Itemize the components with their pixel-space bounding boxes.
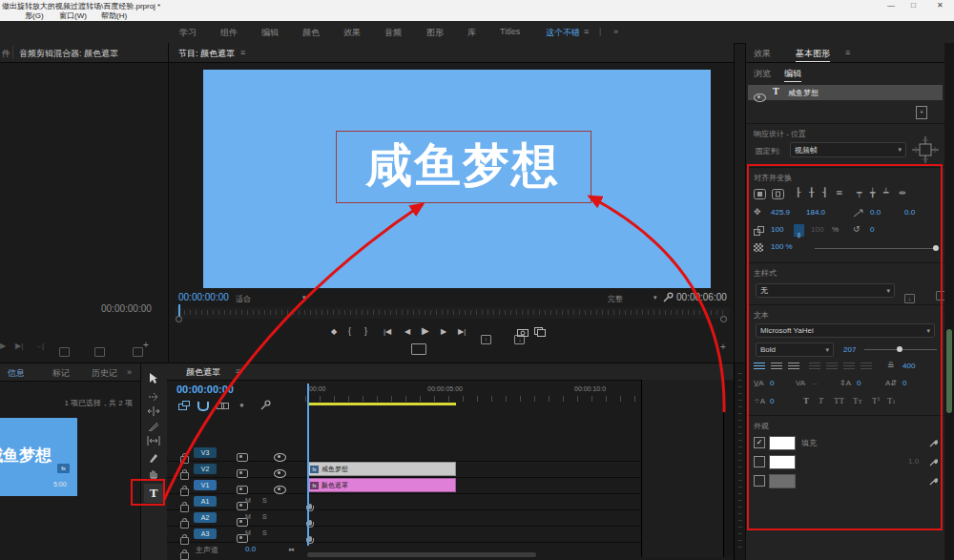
a1-mute-button[interactable]: M — [245, 497, 251, 504]
timeline-timecode[interactable]: 00:00:00:00 — [176, 384, 234, 395]
play-button-icon[interactable]: ▶ — [422, 325, 429, 336]
layer-visibility-icon[interactable] — [754, 93, 766, 102]
timeline-wrench-icon[interactable] — [260, 400, 271, 410]
program-scrubber[interactable] — [175, 307, 730, 319]
master-lock-icon[interactable] — [180, 552, 189, 560]
close-button[interactable]: ✕ — [937, 1, 944, 10]
mixer-panel-title[interactable]: 音频剪辑混合器: 颜色遮罩 — [19, 48, 118, 60]
tab-effects[interactable]: 效果 — [754, 48, 771, 60]
program-panel-title[interactable]: 节目: 颜色遮罩 — [178, 48, 235, 60]
workspace-tab-titles[interactable]: Titles — [500, 27, 520, 36]
maximize-button[interactable]: □ — [911, 1, 916, 10]
tab-info[interactable]: 信息 — [8, 367, 25, 380]
clip-text-graphic[interactable]: fx 咸鱼梦想 — [307, 462, 456, 476]
a1-solo-button[interactable]: S — [262, 497, 267, 504]
tab-markers[interactable]: 标记 — [52, 367, 70, 380]
new-layer-button[interactable]: + — [916, 106, 927, 119]
workspace-overflow-icon[interactable]: » — [613, 27, 618, 36]
tab-history[interactable]: 历史记 — [92, 367, 117, 380]
subtab-edit[interactable]: 编辑 — [784, 68, 801, 82]
mixer-meter-icon[interactable] — [94, 347, 105, 357]
mark-out-icon[interactable]: } — [364, 326, 367, 336]
v2-track-label[interactable]: V2 — [194, 464, 217, 474]
program-zoom-select[interactable]: 适合 — [236, 294, 251, 304]
program-resolution-caret-icon[interactable]: ▾ — [653, 294, 657, 301]
mixer-step-forward-icon[interactable]: ▶| — [15, 342, 23, 350]
snap-toggle-icon[interactable] — [197, 402, 209, 411]
scrubber-left-handle-icon[interactable] — [176, 316, 182, 322]
pen-tool-icon[interactable] — [148, 452, 159, 464]
menu-graphics[interactable]: 形(G) — [25, 10, 44, 21]
step-back-icon[interactable]: ◀ — [404, 327, 410, 336]
workspace-tab-libraries[interactable]: 库 — [467, 27, 476, 39]
mixer-add-button[interactable]: + — [143, 340, 149, 350]
v3-track-label[interactable]: V3 — [194, 447, 217, 458]
menu-help[interactable]: 帮助(H) — [101, 10, 127, 21]
export-frame-camera-icon[interactable] — [517, 327, 529, 337]
program-resolution-select[interactable]: 完整 — [608, 294, 623, 304]
timeline-marker-icon[interactable]: ● — [239, 401, 244, 409]
program-settings-wrench-icon[interactable] — [663, 292, 674, 302]
mark-in-icon[interactable]: { — [348, 326, 351, 336]
mixer-cut-tab[interactable]: 件 — [2, 48, 10, 60]
right-panel-scrollbar[interactable] — [944, 43, 954, 560]
subtab-browse[interactable]: 浏览 — [754, 68, 771, 80]
program-panel-menu-icon[interactable]: ≡ — [240, 48, 245, 57]
add-marker-icon[interactable]: ◆ — [331, 327, 337, 336]
slip-tool-icon[interactable] — [147, 436, 160, 446]
project-item-thumbnail[interactable]: 咸鱼梦想 fx 5:00 — [0, 418, 77, 496]
timeline-playhead[interactable] — [307, 384, 309, 546]
linked-selection-icon[interactable] — [217, 401, 229, 411]
timeline-panel-menu-icon[interactable]: ≡ — [236, 366, 240, 376]
mixer-timecode[interactable]: 00:00:00:00 — [101, 303, 152, 314]
a3-mute-button[interactable]: M — [245, 529, 251, 536]
a3-solo-button[interactable]: S — [262, 529, 267, 536]
project-overflow-icon[interactable]: » — [127, 367, 132, 377]
graphics-panel-menu-icon[interactable]: ≡ — [845, 48, 850, 57]
tab-essential-graphics[interactable]: 基本图形 — [796, 48, 830, 62]
workspace-tab-graphics[interactable]: 图形 — [426, 27, 444, 39]
ripple-edit-tool-icon[interactable] — [148, 406, 160, 416]
workspace-tab-effects[interactable]: 效果 — [343, 27, 361, 39]
minimize-button[interactable]: — — [887, 1, 895, 10]
goto-out-icon[interactable]: ▶| — [458, 327, 466, 336]
mixer-mix-icon[interactable] — [133, 347, 143, 357]
workspace-tab-audio[interactable]: 音频 — [384, 27, 402, 39]
program-video-frame[interactable]: 咸鱼梦想 — [203, 70, 711, 288]
workspace-tab-color[interactable]: 颜色 — [302, 27, 320, 39]
right-panel-scrollbar-handle[interactable] — [946, 329, 952, 413]
timeline-tab[interactable]: 颜色遮罩 — [186, 366, 220, 379]
pin-anchor-widget[interactable] — [912, 136, 939, 163]
clip-color-matte[interactable]: fx 颜色遮罩 — [307, 478, 456, 492]
track-select-tool-icon[interactable] — [148, 392, 160, 402]
master-volume-value[interactable]: 0.0 — [245, 545, 256, 553]
comparison-view-icon[interactable] — [534, 327, 546, 337]
workspace-panel-menu-icon[interactable]: ≡ — [584, 27, 589, 36]
workspace-tab-assembly[interactable]: 组件 — [220, 27, 238, 39]
program-button-editor-icon[interactable] — [411, 343, 426, 355]
v1-track-label[interactable]: V1 — [194, 480, 217, 490]
timeline-ruler[interactable]: :00:00 00:00:05:00 00:00:10:0 — [305, 384, 639, 403]
program-add-button[interactable]: + — [720, 342, 726, 352]
lift-icon[interactable]: ↑ — [481, 335, 491, 344]
layer-name[interactable]: 咸鱼梦想 — [788, 88, 819, 98]
master-fit-icon[interactable]: ▸◂ — [289, 546, 292, 553]
razor-tool-icon[interactable] — [148, 421, 159, 432]
a3-track-label[interactable]: A3 — [194, 529, 217, 539]
program-timecode[interactable]: 00:00:00:00 — [178, 292, 229, 302]
pin-to-select[interactable]: 视频帧▾ — [790, 142, 906, 157]
a1-track-label[interactable]: A1 — [194, 496, 217, 507]
video-title-text[interactable]: 咸鱼梦想 — [336, 131, 590, 201]
selection-tool-icon[interactable] — [149, 373, 158, 384]
timeline-horizontal-scrollbar[interactable] — [307, 552, 536, 557]
step-forward-icon[interactable]: ▶ — [441, 327, 446, 336]
a2-solo-button[interactable]: S — [262, 513, 267, 520]
mixer-goto-out-icon[interactable]: →| — [34, 342, 44, 350]
menu-window[interactable]: 窗口(W) — [59, 10, 87, 21]
scrubber-right-handle-icon[interactable] — [720, 316, 727, 322]
mixer-loop-icon[interactable] — [59, 347, 70, 357]
goto-in-icon[interactable]: |◀ — [384, 327, 391, 336]
workspace-tab-learning[interactable]: 学习 — [179, 27, 197, 39]
nest-toggle-icon[interactable] — [178, 401, 190, 411]
a2-mute-button[interactable]: M — [245, 513, 251, 520]
